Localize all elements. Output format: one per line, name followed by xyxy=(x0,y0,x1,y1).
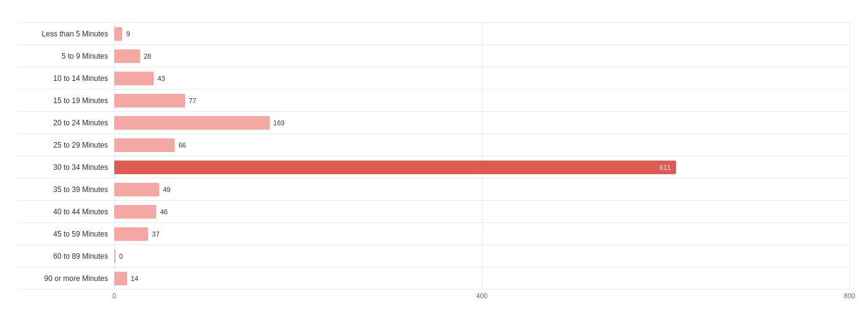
bar-track: 169 xyxy=(114,112,849,133)
bar xyxy=(114,138,175,152)
bar-value: 37 xyxy=(152,227,159,241)
bar-value: 9 xyxy=(126,27,130,41)
bar xyxy=(114,72,154,85)
grid-line xyxy=(849,112,850,133)
bar xyxy=(114,183,159,196)
grid-line xyxy=(482,245,483,267)
grid-line xyxy=(849,45,850,67)
bar-value: 611 xyxy=(659,161,670,174)
bar xyxy=(114,94,185,107)
bar xyxy=(114,272,127,285)
grid-line xyxy=(849,156,850,178)
grid-line xyxy=(482,134,483,156)
bar-row: 60 to 89 Minutes0 xyxy=(19,245,849,267)
bar-label: 15 to 19 Minutes xyxy=(19,96,114,105)
grid-line xyxy=(849,178,850,200)
grid-line xyxy=(482,223,483,245)
bar-label: Less than 5 Minutes xyxy=(19,30,114,38)
grid-line xyxy=(482,201,483,222)
bar xyxy=(114,116,270,130)
bar-track: 611 xyxy=(114,156,849,178)
bar-row: 15 to 19 Minutes77 xyxy=(19,89,849,111)
bar: 611 xyxy=(114,161,676,174)
bar-label: 40 to 44 Minutes xyxy=(19,208,114,216)
bar-label: 60 to 89 Minutes xyxy=(19,252,114,261)
bar-track: 77 xyxy=(114,90,849,111)
bar-label: 45 to 59 Minutes xyxy=(19,230,114,238)
bar-track: 37 xyxy=(114,223,849,245)
grid-line xyxy=(849,90,850,111)
bar-value: 77 xyxy=(189,94,196,107)
bar-label: 10 to 14 Minutes xyxy=(19,74,114,83)
grid-line xyxy=(482,45,483,67)
grid-line xyxy=(849,267,850,289)
bar xyxy=(114,227,148,241)
bar-row: 30 to 34 Minutes611 xyxy=(19,156,849,178)
bar xyxy=(114,27,122,41)
bar-track: 66 xyxy=(114,134,849,156)
bar-value: 49 xyxy=(163,183,170,196)
bar xyxy=(114,205,156,219)
bar-row: 10 to 14 Minutes43 xyxy=(19,67,849,89)
bar-label: 25 to 29 Minutes xyxy=(19,141,114,149)
grid-line xyxy=(482,90,483,111)
bar-value: 0 xyxy=(119,250,123,263)
grid-line xyxy=(849,134,850,156)
bar-value: 169 xyxy=(273,116,285,130)
bar-row: 35 to 39 Minutes49 xyxy=(19,178,849,200)
grid-line xyxy=(849,223,850,245)
bar-track: 0 xyxy=(114,245,849,267)
bar-label: 35 to 39 Minutes xyxy=(19,185,114,194)
grid-line xyxy=(849,23,850,44)
bar-row: 40 to 44 Minutes46 xyxy=(19,200,849,222)
x-axis-label: 800 xyxy=(844,292,855,300)
bar-value: 46 xyxy=(160,205,167,219)
grid-line xyxy=(482,23,483,44)
grid-line xyxy=(482,67,483,89)
x-axis-label: 400 xyxy=(476,292,487,300)
bar-track: 14 xyxy=(114,267,849,289)
bar-value: 43 xyxy=(157,72,165,85)
grid-line xyxy=(482,267,483,289)
bar-row: Less than 5 Minutes9 xyxy=(19,22,849,44)
bar-row: 90 or more Minutes14 xyxy=(19,267,849,289)
bar-track: 49 xyxy=(114,178,849,200)
bar xyxy=(114,49,140,63)
bar-row: 45 to 59 Minutes37 xyxy=(19,222,849,245)
chart-container: Less than 5 Minutes95 to 9 Minutes2810 t… xyxy=(0,0,868,323)
bar-row: 20 to 24 Minutes169 xyxy=(19,111,849,133)
bar-row: 5 to 9 Minutes28 xyxy=(19,44,849,67)
grid-line xyxy=(849,67,850,89)
bar-value: 66 xyxy=(178,138,186,152)
bar-label: 30 to 34 Minutes xyxy=(19,163,114,172)
bar-track: 28 xyxy=(114,45,849,67)
chart-area: Less than 5 Minutes95 to 9 Minutes2810 t… xyxy=(19,22,849,290)
bar-track: 9 xyxy=(114,23,849,44)
grid-line xyxy=(482,178,483,200)
bar-label: 5 to 9 Minutes xyxy=(19,52,114,61)
bar-row: 25 to 29 Minutes66 xyxy=(19,133,849,156)
bar xyxy=(114,250,115,263)
x-axis-label: 0 xyxy=(112,292,116,300)
bar-value: 14 xyxy=(131,272,138,285)
bar-value: 28 xyxy=(144,49,151,63)
bar-label: 20 to 24 Minutes xyxy=(19,119,114,127)
grid-line xyxy=(849,245,850,267)
bar-label: 90 or more Minutes xyxy=(19,274,114,283)
bar-track: 46 xyxy=(114,201,849,222)
grid-line xyxy=(482,112,483,133)
bar-track: 43 xyxy=(114,67,849,89)
grid-line xyxy=(849,201,850,222)
